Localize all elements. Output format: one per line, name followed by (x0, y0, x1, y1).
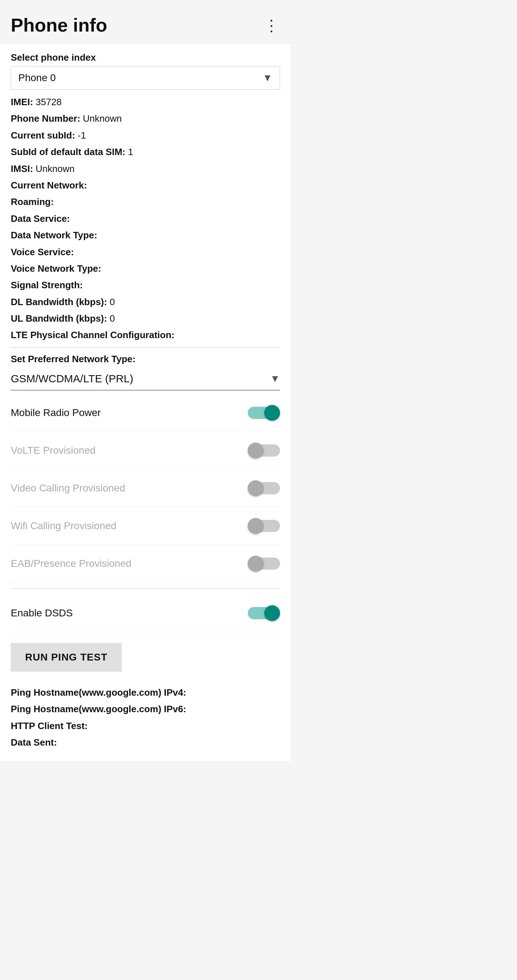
toggle-switch-volte-provisioned (248, 442, 280, 459)
info-row-2: Current subId: -1 (11, 129, 280, 142)
page-title: Phone info (11, 14, 107, 36)
info-value-2: -1 (78, 130, 86, 141)
phone-index-label: Select phone index (11, 52, 280, 63)
toggle-thumb-enable-dsds (264, 605, 280, 621)
ping-result-row-3: Data Sent: (11, 736, 280, 749)
info-row-1: Phone Number: Unknown (11, 112, 280, 125)
toggle-switch-video-calling-provisioned (248, 480, 280, 497)
info-label-12: DL Bandwidth (kbps): (11, 296, 107, 307)
info-row-7: Data Service: (11, 212, 280, 225)
ping-label-3: Data Sent: (11, 737, 57, 748)
info-row-12: DL Bandwidth (kbps): 0 (11, 296, 280, 309)
toggle-row-eab-presence-provisioned: EAB/Presence Provisioned (11, 545, 280, 582)
toggle-thumb-video-calling-provisioned (248, 480, 264, 496)
phone-index-dropdown[interactable]: Phone 0 ▼ (11, 66, 280, 90)
info-label-2: Current subId: (11, 130, 75, 141)
toggle-label-eab-presence-provisioned: EAB/Presence Provisioned (11, 558, 131, 570)
toggle-switch-enable-dsds[interactable] (248, 605, 280, 622)
content-area: Select phone index Phone 0 ▼ IMEI: 35728… (0, 43, 291, 761)
info-label-4: IMSI: (11, 163, 33, 174)
toggle-thumb-volte-provisioned (248, 442, 264, 458)
phone-index-arrow-icon: ▼ (262, 72, 272, 84)
info-label-11: Signal Strength: (11, 280, 83, 290)
toggles-section: Mobile Radio PowerVoLTE ProvisionedVideo… (11, 394, 280, 632)
info-row-3: SubId of default data SIM: 1 (11, 145, 280, 158)
preferred-network-section: Set Preferred Network Type: GSM/WCDMA/LT… (11, 353, 280, 391)
ping-label-2: HTTP Client Test: (11, 721, 87, 731)
toggle-switch-eab-presence-provisioned (248, 555, 280, 572)
info-label-10: Voice Network Type: (11, 263, 101, 274)
info-value-13: 0 (110, 313, 115, 324)
toggle-thumb-wifi-calling-provisioned (248, 518, 264, 534)
info-row-6: Roaming: (11, 195, 280, 208)
info-label-7: Data Service: (11, 213, 70, 224)
info-label-3: SubId of default data SIM: (11, 146, 125, 157)
toggle-switch-wifi-calling-provisioned (248, 517, 280, 535)
info-label-6: Roaming: (11, 196, 54, 207)
ping-label-0: Ping Hostname(www.google.com) IPv4: (11, 687, 186, 698)
toggle-row-enable-dsds: Enable DSDS (11, 595, 280, 632)
toggle-row-mobile-radio-power: Mobile Radio Power (11, 394, 280, 432)
info-row-8: Data Network Type: (11, 229, 280, 242)
toggle-label-wifi-calling-provisioned: Wifi Calling Provisioned (11, 520, 116, 531)
info-value-12: 0 (110, 296, 115, 307)
run-ping-test-button[interactable]: RUN PING TEST (11, 643, 122, 671)
preferred-network-arrow-icon: ▼ (270, 373, 280, 385)
info-label-1: Phone Number: (11, 113, 80, 124)
info-row-13: UL Bandwidth (kbps): 0 (11, 312, 280, 325)
info-row-0: IMEI: 35728 (11, 95, 280, 108)
app-header: Phone info ⋮ (0, 0, 291, 43)
info-value-3: 1 (128, 146, 133, 157)
divider-1 (11, 347, 280, 348)
info-value-4: Unknown (35, 163, 74, 174)
button-section: RUN PING TEST (11, 632, 280, 679)
toggle-thumb-eab-presence-provisioned (248, 556, 264, 571)
toggle-thumb-mobile-radio-power (264, 405, 280, 421)
info-row-11: Signal Strength: (11, 278, 280, 291)
info-row-5: Current Network: (11, 179, 280, 192)
toggle-label-volte-provisioned: VoLTE Provisioned (11, 445, 95, 456)
info-label-0: IMEI: (11, 97, 33, 107)
info-value-0: 35728 (35, 97, 61, 107)
overflow-menu-button[interactable]: ⋮ (264, 16, 280, 35)
toggle-switch-mobile-radio-power[interactable] (248, 404, 280, 422)
ping-result-row-1: Ping Hostname(www.google.com) IPv6: (11, 703, 280, 716)
info-label-14: LTE Physical Channel Configuration: (11, 329, 175, 340)
ping-label-1: Ping Hostname(www.google.com) IPv6: (11, 703, 186, 714)
toggle-row-volte-provisioned: VoLTE Provisioned (11, 432, 280, 469)
preferred-network-value: GSM/WCDMA/LTE (PRL) (11, 372, 133, 385)
phone-index-section: Select phone index Phone 0 ▼ (11, 52, 280, 90)
info-value-1: Unknown (83, 113, 122, 124)
preferred-network-label: Set Preferred Network Type: (11, 353, 280, 365)
info-label-9: Voice Service: (11, 247, 74, 258)
toggle-label-video-calling-provisioned: Video Calling Provisioned (11, 482, 125, 494)
toggle-row-video-calling-provisioned: Video Calling Provisioned (11, 469, 280, 507)
preferred-network-dropdown[interactable]: GSM/WCDMA/LTE (PRL) ▼ (11, 368, 280, 391)
info-label-5: Current Network: (11, 180, 87, 191)
phone-index-value: Phone 0 (18, 72, 56, 84)
info-row-9: Voice Service: (11, 245, 280, 258)
info-row-10: Voice Network Type: (11, 262, 280, 275)
info-fields-section: IMEI: 35728Phone Number: UnknownCurrent … (11, 95, 280, 342)
info-row-4: IMSI: Unknown (11, 162, 280, 175)
info-label-13: UL Bandwidth (kbps): (11, 313, 107, 324)
toggle-label-enable-dsds: Enable DSDS (11, 608, 73, 619)
toggle-label-mobile-radio-power: Mobile Radio Power (11, 407, 101, 418)
ping-result-row-0: Ping Hostname(www.google.com) IPv4: (11, 686, 280, 699)
toggle-row-wifi-calling-provisioned: Wifi Calling Provisioned (11, 507, 280, 545)
info-row-14: LTE Physical Channel Configuration: (11, 328, 280, 341)
ping-result-row-2: HTTP Client Test: (11, 719, 280, 732)
info-label-8: Data Network Type: (11, 230, 97, 240)
ping-results-section: Ping Hostname(www.google.com) IPv4: Ping… (11, 679, 280, 749)
